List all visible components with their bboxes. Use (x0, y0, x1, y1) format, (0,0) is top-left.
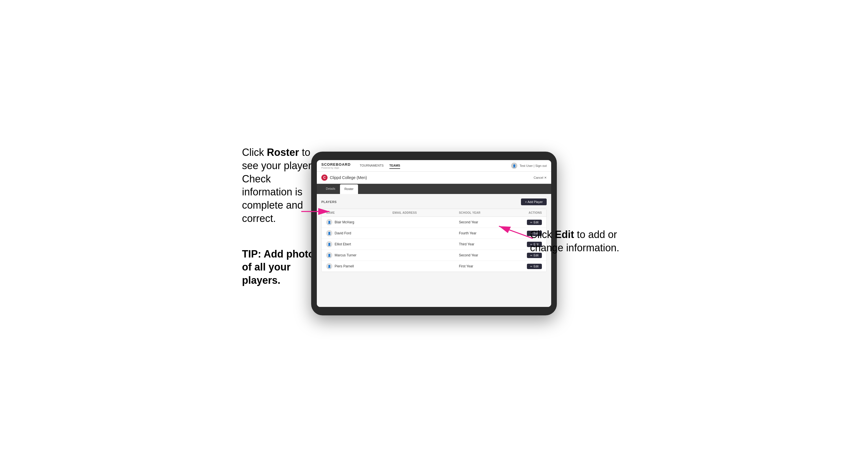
player-name-cell: 👤 Marcus Turner (326, 252, 393, 258)
col-actions: ACTIONS (508, 211, 542, 214)
player-school-year: Fourth Year (459, 231, 508, 235)
tabs-bar: Details Roster (317, 184, 551, 194)
col-school-year: SCHOOL YEAR (459, 211, 508, 214)
player-actions: Edit (508, 220, 542, 225)
header-right: 👤 Test User | Sign out (511, 163, 547, 169)
edit-button[interactable]: Edit (527, 264, 542, 269)
player-avatar: 👤 (326, 241, 332, 247)
logo-area: SCOREBOARD Powered by clippi (321, 162, 351, 169)
nav-teams[interactable]: TEAMS (390, 163, 400, 169)
tablet-device: SCOREBOARD Powered by clippi TOURNAMENTS… (311, 152, 557, 315)
player-name-cell: 👤 Piers Parnell (326, 263, 393, 269)
right-instruction-text: Click Edit to add or change information. (530, 229, 619, 253)
user-text: Test User | Sign out (520, 164, 547, 167)
player-school-year: Third Year (459, 242, 508, 246)
edit-label: Edit (534, 221, 538, 224)
table-header: NAME EMAIL ADDRESS SCHOOL YEAR ACTIONS (321, 209, 547, 217)
edit-label: Edit (534, 265, 538, 268)
table-row: 👤 Blair McHarg Second Year Edit (321, 217, 547, 228)
user-icon: 👤 (511, 163, 517, 169)
player-name: Piers Parnell (335, 264, 354, 268)
player-avatar: 👤 (326, 230, 332, 236)
header-left: SCOREBOARD Powered by clippi TOURNAMENTS… (321, 162, 400, 169)
table-row: 👤 David Ford Fourth Year Edit (321, 228, 547, 239)
col-email: EMAIL ADDRESS (393, 211, 459, 214)
player-avatar: 👤 (326, 219, 332, 225)
players-label: PLAYERS (321, 200, 337, 204)
tab-roster[interactable]: Roster (340, 184, 358, 194)
pencil-icon (530, 221, 532, 224)
players-header: PLAYERS + Add Player (321, 198, 547, 205)
tip-text: TIP: Add photos of all your players. (242, 248, 321, 287)
player-school-year: Second Year (459, 220, 508, 224)
main-nav: TOURNAMENTS TEAMS (360, 163, 400, 169)
player-name: Marcus Turner (335, 253, 356, 257)
player-name-cell: 👤 David Ford (326, 230, 393, 236)
player-school-year: Second Year (459, 253, 508, 257)
tablet-screen: SCOREBOARD Powered by clippi TOURNAMENTS… (317, 160, 551, 307)
tab-details[interactable]: Details (321, 184, 340, 194)
add-player-label: + Add Player (525, 200, 543, 204)
team-header: C Clippd College (Men) Cancel ✕ (317, 172, 551, 184)
col-name: NAME (326, 211, 393, 214)
right-instructions: Click Edit to add or change information. (530, 228, 626, 255)
player-name: Blair McHarg (335, 220, 354, 224)
nav-tournaments[interactable]: TOURNAMENTS (360, 163, 384, 169)
table-row: 👤 Piers Parnell First Year Edit (321, 261, 547, 272)
player-name: Elliot Ebert (335, 242, 351, 246)
logo-title: SCOREBOARD (321, 162, 351, 166)
players-table: NAME EMAIL ADDRESS SCHOOL YEAR ACTIONS 👤… (321, 209, 547, 272)
player-school-year: First Year (459, 264, 508, 268)
team-name: Clippd College (Men) (330, 175, 367, 180)
player-name-cell: 👤 Elliot Ebert (326, 241, 393, 247)
cancel-button[interactable]: Cancel ✕ (534, 176, 547, 180)
table-row: 👤 Elliot Ebert Third Year Edit (321, 239, 547, 250)
table-row: 👤 Marcus Turner Second Year Edit (321, 250, 547, 261)
logo-subtitle: Powered by clippi (321, 166, 351, 169)
app-header: SCOREBOARD Powered by clippi TOURNAMENTS… (317, 160, 551, 172)
left-instructions: Click Roster to see your players. Check … (242, 146, 321, 225)
content-area: PLAYERS + Add Player NAME EMAIL ADDRESS … (317, 194, 551, 307)
edit-button[interactable]: Edit (527, 220, 542, 225)
pencil-icon (530, 265, 532, 268)
instruction-text: Click Roster to see your players. Check … (242, 147, 319, 224)
team-logo: C (321, 175, 328, 181)
player-avatar: 👤 (326, 252, 332, 258)
player-name: David Ford (335, 231, 351, 235)
player-actions: Edit (508, 264, 542, 269)
add-player-button[interactable]: + Add Player (521, 198, 547, 205)
player-avatar: 👤 (326, 263, 332, 269)
player-name-cell: 👤 Blair McHarg (326, 219, 393, 225)
